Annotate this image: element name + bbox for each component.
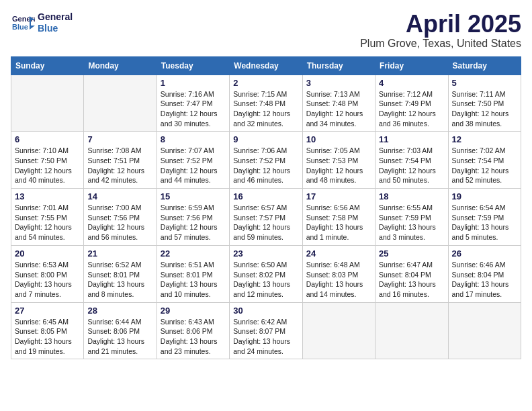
calendar-subtitle: Plum Grove, Texas, United States [360, 38, 521, 50]
day-info: Sunrise: 6:53 AM Sunset: 8:00 PM Dayligh… [15, 260, 80, 300]
calendar-cell: 26Sunrise: 6:46 AM Sunset: 8:04 PM Dayli… [448, 245, 521, 302]
day-info: Sunrise: 6:44 AM Sunset: 8:06 PM Dayligh… [87, 317, 152, 357]
day-info: Sunrise: 6:47 AM Sunset: 8:04 PM Dayligh… [379, 260, 444, 300]
day-number: 19 [452, 191, 517, 201]
day-number: 18 [379, 191, 444, 201]
day-number: 3 [306, 78, 371, 88]
calendar-cell: 23Sunrise: 6:50 AM Sunset: 8:02 PM Dayli… [230, 245, 302, 302]
day-info: Sunrise: 6:45 AM Sunset: 8:05 PM Dayligh… [15, 317, 80, 357]
day-info: Sunrise: 6:59 AM Sunset: 7:56 PM Dayligh… [161, 203, 226, 242]
calendar-cell: 14Sunrise: 7:00 AM Sunset: 7:56 PM Dayli… [84, 189, 157, 246]
calendar-cell: 5Sunrise: 7:11 AM Sunset: 7:50 PM Daylig… [448, 75, 521, 132]
calendar-week-3: 13Sunrise: 7:01 AM Sunset: 7:55 PM Dayli… [11, 189, 521, 246]
calendar-cell: 20Sunrise: 6:53 AM Sunset: 8:00 PM Dayli… [11, 245, 84, 302]
day-number: 25 [379, 248, 444, 259]
calendar-cell [375, 302, 448, 359]
day-number: 11 [379, 134, 444, 144]
day-number: 6 [15, 134, 80, 144]
day-info: Sunrise: 7:02 AM Sunset: 7:54 PM Dayligh… [452, 146, 517, 185]
day-number: 10 [306, 134, 371, 144]
calendar-week-1: 1Sunrise: 7:16 AM Sunset: 7:47 PM Daylig… [11, 75, 521, 132]
day-number: 7 [87, 134, 152, 144]
day-number: 5 [452, 78, 517, 88]
calendar-cell: 6Sunrise: 7:10 AM Sunset: 7:50 PM Daylig… [11, 132, 84, 189]
day-info: Sunrise: 7:00 AM Sunset: 7:56 PM Dayligh… [87, 203, 152, 242]
day-info: Sunrise: 7:05 AM Sunset: 7:53 PM Dayligh… [306, 146, 371, 185]
day-number: 15 [161, 191, 226, 201]
calendar-title: April 2025 [360, 11, 521, 38]
weekday-header-thursday: Thursday [302, 56, 375, 75]
day-info: Sunrise: 7:16 AM Sunset: 7:47 PM Dayligh… [161, 89, 226, 129]
logo-text-line1: General [38, 11, 73, 23]
day-number: 30 [233, 306, 298, 316]
day-info: Sunrise: 6:54 AM Sunset: 7:59 PM Dayligh… [452, 203, 517, 242]
day-info: Sunrise: 6:43 AM Sunset: 8:06 PM Dayligh… [161, 317, 226, 357]
calendar-cell: 2Sunrise: 7:15 AM Sunset: 7:48 PM Daylig… [230, 75, 302, 132]
day-number: 12 [452, 134, 517, 144]
calendar-cell: 10Sunrise: 7:05 AM Sunset: 7:53 PM Dayli… [302, 132, 375, 189]
calendar-cell: 21Sunrise: 6:52 AM Sunset: 8:01 PM Dayli… [84, 245, 157, 302]
calendar-cell [448, 302, 521, 359]
day-info: Sunrise: 6:52 AM Sunset: 8:01 PM Dayligh… [87, 260, 152, 300]
day-number: 1 [161, 78, 226, 88]
calendar-cell: 27Sunrise: 6:45 AM Sunset: 8:05 PM Dayli… [11, 302, 84, 359]
day-number: 20 [15, 248, 80, 259]
day-info: Sunrise: 7:01 AM Sunset: 7:55 PM Dayligh… [15, 203, 80, 242]
page-header: General Blue General Blue April 2025 Plu… [11, 11, 521, 50]
weekday-header-saturday: Saturday [448, 56, 521, 75]
day-number: 21 [87, 248, 152, 259]
calendar-cell: 11Sunrise: 7:03 AM Sunset: 7:54 PM Dayli… [375, 132, 448, 189]
weekday-header-tuesday: Tuesday [157, 56, 229, 75]
calendar-week-5: 27Sunrise: 6:45 AM Sunset: 8:05 PM Dayli… [11, 302, 521, 359]
day-info: Sunrise: 6:42 AM Sunset: 8:07 PM Dayligh… [233, 317, 298, 357]
calendar-body: 1Sunrise: 7:16 AM Sunset: 7:47 PM Daylig… [11, 75, 521, 359]
calendar-header: SundayMondayTuesdayWednesdayThursdayFrid… [11, 56, 521, 75]
calendar-cell: 9Sunrise: 7:06 AM Sunset: 7:52 PM Daylig… [230, 132, 302, 189]
calendar-cell: 25Sunrise: 6:47 AM Sunset: 8:04 PM Dayli… [375, 245, 448, 302]
day-number: 17 [306, 191, 371, 201]
day-info: Sunrise: 7:10 AM Sunset: 7:50 PM Dayligh… [15, 146, 80, 185]
day-number: 23 [233, 248, 298, 259]
day-number: 9 [233, 134, 298, 144]
day-info: Sunrise: 7:08 AM Sunset: 7:51 PM Dayligh… [87, 146, 152, 185]
day-number: 16 [233, 191, 298, 201]
day-info: Sunrise: 7:07 AM Sunset: 7:52 PM Dayligh… [161, 146, 226, 185]
day-number: 24 [306, 248, 371, 259]
day-info: Sunrise: 7:03 AM Sunset: 7:54 PM Dayligh… [379, 146, 444, 185]
day-info: Sunrise: 6:55 AM Sunset: 7:59 PM Dayligh… [379, 203, 444, 242]
calendar-cell: 4Sunrise: 7:12 AM Sunset: 7:49 PM Daylig… [375, 75, 448, 132]
weekday-header-friday: Friday [375, 56, 448, 75]
weekday-header-row: SundayMondayTuesdayWednesdayThursdayFrid… [11, 56, 521, 75]
calendar-cell: 12Sunrise: 7:02 AM Sunset: 7:54 PM Dayli… [448, 132, 521, 189]
day-info: Sunrise: 6:50 AM Sunset: 8:02 PM Dayligh… [233, 260, 298, 300]
title-block: April 2025 Plum Grove, Texas, United Sta… [360, 11, 521, 50]
calendar-cell: 13Sunrise: 7:01 AM Sunset: 7:55 PM Dayli… [11, 189, 84, 246]
calendar-cell: 29Sunrise: 6:43 AM Sunset: 8:06 PM Dayli… [157, 302, 229, 359]
day-info: Sunrise: 7:12 AM Sunset: 7:49 PM Dayligh… [379, 89, 444, 129]
day-info: Sunrise: 6:51 AM Sunset: 8:01 PM Dayligh… [161, 260, 226, 300]
calendar-cell: 18Sunrise: 6:55 AM Sunset: 7:59 PM Dayli… [375, 189, 448, 246]
day-info: Sunrise: 7:06 AM Sunset: 7:52 PM Dayligh… [233, 146, 298, 185]
calendar-cell: 7Sunrise: 7:08 AM Sunset: 7:51 PM Daylig… [84, 132, 157, 189]
svg-text:Blue: Blue [12, 23, 28, 31]
day-number: 28 [87, 306, 152, 316]
calendar-cell: 1Sunrise: 7:16 AM Sunset: 7:47 PM Daylig… [157, 75, 229, 132]
day-number: 4 [379, 78, 444, 88]
calendar-week-4: 20Sunrise: 6:53 AM Sunset: 8:00 PM Dayli… [11, 245, 521, 302]
weekday-header-wednesday: Wednesday [230, 56, 302, 75]
day-number: 8 [161, 134, 226, 144]
day-info: Sunrise: 6:57 AM Sunset: 7:57 PM Dayligh… [233, 203, 298, 242]
logo-text-line2: Blue [38, 23, 73, 34]
calendar-week-2: 6Sunrise: 7:10 AM Sunset: 7:50 PM Daylig… [11, 132, 521, 189]
calendar-cell [84, 75, 157, 132]
day-number: 22 [161, 248, 226, 259]
calendar-cell: 8Sunrise: 7:07 AM Sunset: 7:52 PM Daylig… [157, 132, 229, 189]
calendar-table: SundayMondayTuesdayWednesdayThursdayFrid… [11, 56, 521, 360]
calendar-cell: 16Sunrise: 6:57 AM Sunset: 7:57 PM Dayli… [230, 189, 302, 246]
calendar-cell [302, 302, 375, 359]
day-number: 2 [233, 78, 298, 88]
calendar-cell: 19Sunrise: 6:54 AM Sunset: 7:59 PM Dayli… [448, 189, 521, 246]
day-info: Sunrise: 7:13 AM Sunset: 7:48 PM Dayligh… [306, 89, 371, 129]
day-info: Sunrise: 6:48 AM Sunset: 8:03 PM Dayligh… [306, 260, 371, 300]
day-number: 14 [87, 191, 152, 201]
